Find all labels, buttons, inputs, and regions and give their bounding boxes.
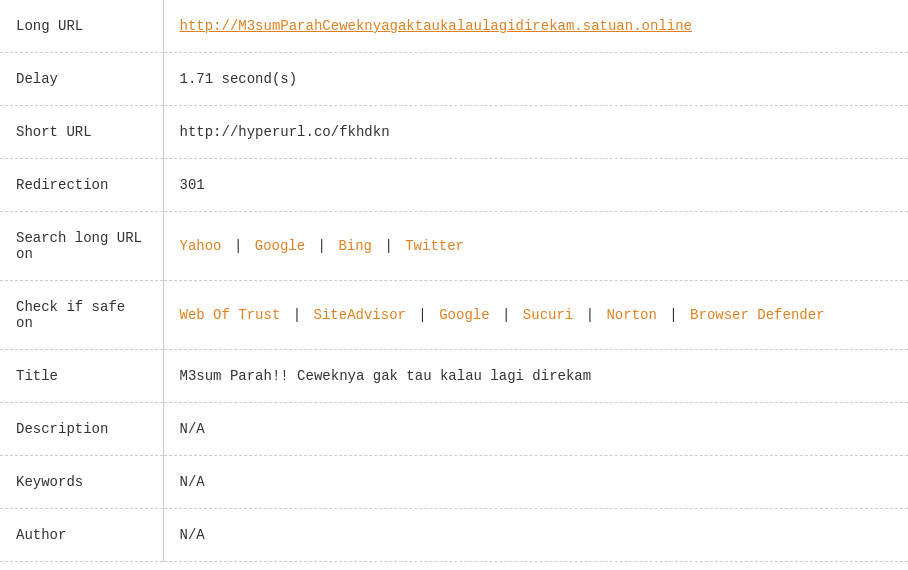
label-description: Description [0, 403, 163, 456]
table-row-long-url: Long URLhttp://M3sumParahCeweknyagaktauk… [0, 0, 908, 53]
value-author: N/A [163, 509, 908, 562]
value-title: M3sum Parah!! Ceweknya gak tau kalau lag… [163, 350, 908, 403]
check-safe-link-norton[interactable]: Norton [606, 307, 656, 323]
table-row-search-long-url: Search long URL onYahoo | Google | Bing … [0, 212, 908, 281]
label-long-url: Long URL [0, 0, 163, 53]
search-long-url-link-twitter[interactable]: Twitter [405, 238, 464, 254]
table-row-title: TitleM3sum Parah!! Ceweknya gak tau kala… [0, 350, 908, 403]
value-check-safe[interactable]: Web Of Trust | SiteAdvisor | Google | Su… [163, 281, 908, 350]
search-long-url-link-yahoo[interactable]: Yahoo [180, 238, 222, 254]
label-short-url: Short URL [0, 106, 163, 159]
table-row-check-safe: Check if safe onWeb Of Trust | SiteAdvis… [0, 281, 908, 350]
check-safe-link-google[interactable]: Google [439, 307, 489, 323]
separator: | [376, 238, 401, 254]
value-delay: 1.71 second(s) [163, 53, 908, 106]
check-safe-link-sucuri[interactable]: Sucuri [523, 307, 573, 323]
long-url-link[interactable]: http://M3sumParahCeweknyagaktaukalaulagi… [180, 18, 692, 34]
check-safe-link-siteadvisor[interactable]: SiteAdvisor [314, 307, 406, 323]
value-search-long-url[interactable]: Yahoo | Google | Bing | Twitter [163, 212, 908, 281]
separator: | [309, 238, 334, 254]
table-row-short-url: Short URLhttp://hyperurl.co/fkhdkn [0, 106, 908, 159]
label-title: Title [0, 350, 163, 403]
label-keywords: Keywords [0, 456, 163, 509]
table-row-redirection: Redirection301 [0, 159, 908, 212]
check-safe-link-web-of-trust[interactable]: Web Of Trust [180, 307, 281, 323]
check-safe-link-browser-defender[interactable]: Browser Defender [690, 307, 824, 323]
label-check-safe: Check if safe on [0, 281, 163, 350]
table-row-keywords: KeywordsN/A [0, 456, 908, 509]
separator: | [661, 307, 686, 323]
label-delay: Delay [0, 53, 163, 106]
label-search-long-url: Search long URL on [0, 212, 163, 281]
info-table: Long URLhttp://M3sumParahCeweknyagaktauk… [0, 0, 908, 562]
label-redirection: Redirection [0, 159, 163, 212]
separator: | [284, 307, 309, 323]
value-short-url: http://hyperurl.co/fkhdkn [163, 106, 908, 159]
search-long-url-link-bing[interactable]: Bing [338, 238, 372, 254]
search-long-url-link-google[interactable]: Google [255, 238, 305, 254]
value-description: N/A [163, 403, 908, 456]
value-long-url[interactable]: http://M3sumParahCeweknyagaktaukalaulagi… [163, 0, 908, 53]
separator: | [410, 307, 435, 323]
separator: | [577, 307, 602, 323]
table-row-delay: Delay1.71 second(s) [0, 53, 908, 106]
separator: | [226, 238, 251, 254]
value-redirection: 301 [163, 159, 908, 212]
value-keywords: N/A [163, 456, 908, 509]
separator: | [494, 307, 519, 323]
label-author: Author [0, 509, 163, 562]
table-row-description: DescriptionN/A [0, 403, 908, 456]
table-row-author: AuthorN/A [0, 509, 908, 562]
